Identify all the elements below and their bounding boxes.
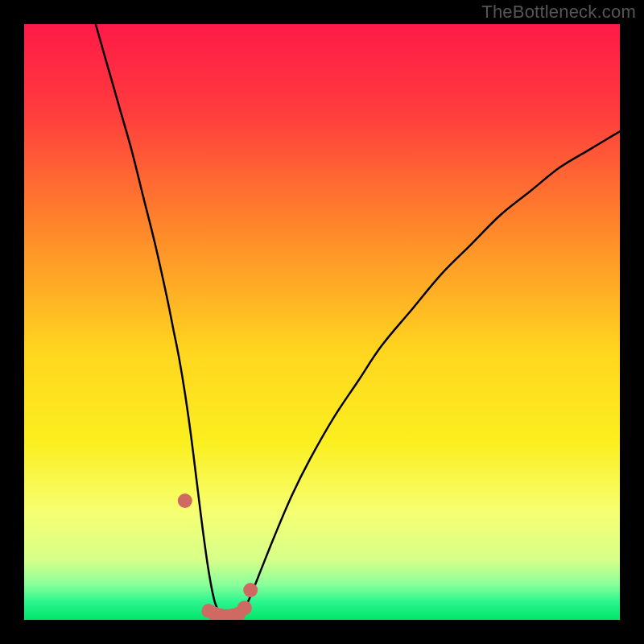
marker-dot	[237, 601, 252, 615]
watermark-label: TheBottleneck.com	[481, 2, 636, 23]
highlight-markers	[178, 493, 258, 620]
marker-dot	[178, 493, 192, 508]
plot-area	[24, 24, 620, 620]
bottleneck-curve	[96, 24, 620, 620]
marker-dot	[243, 583, 258, 597]
curve-layer	[24, 24, 620, 620]
chart-frame: TheBottleneck.com	[0, 0, 644, 644]
